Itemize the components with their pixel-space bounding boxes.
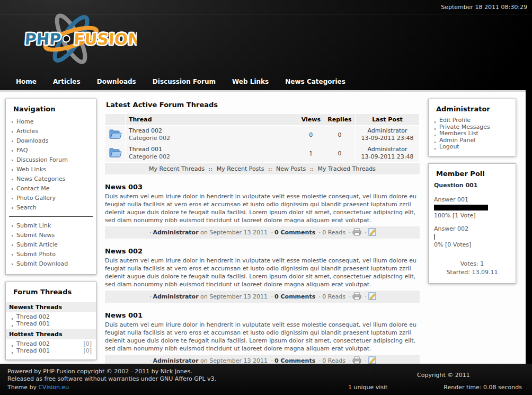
poll-question: Question 001: [434, 182, 510, 196]
table-row: Thread 001 Categorie 002 1 0 Administrat…: [105, 144, 419, 162]
edit-note-icon[interactable]: [368, 228, 377, 238]
nav-link-submit-article[interactable]: Submit Article: [16, 241, 58, 248]
footer-theme-credit: Theme by CVision.eu: [7, 384, 69, 391]
nav-item: FAQ: [6, 146, 96, 155]
thread-title-link[interactable]: Thread 002: [129, 127, 295, 135]
nav-link-discussion-forum[interactable]: Discussion Forum: [16, 156, 68, 163]
thread-cell: Thread 001 Categorie 002: [126, 144, 298, 162]
forum-quick-links: My Recent Threads :: My Recent Posts :: …: [105, 163, 420, 174]
menu-item-home[interactable]: Home: [16, 78, 37, 85]
news-comments-link[interactable]: 0 Comments: [274, 229, 315, 236]
nav-item: Submit Article: [6, 240, 96, 250]
thread-count-badge: [0]: [83, 348, 92, 355]
menu-item-downloads[interactable]: Downloads: [97, 78, 136, 85]
nav-link-submit-news[interactable]: Submit News: [16, 232, 55, 239]
nav-item: Articles: [6, 127, 96, 136]
logout-link[interactable]: Logout: [439, 143, 459, 150]
news-item: News 003 Duis autem vel eum iriure dolor…: [105, 183, 420, 239]
newest-thread-link[interactable]: Thread 002: [16, 313, 50, 320]
thread-title-link[interactable]: Thread 001: [129, 146, 295, 153]
administrator-panel-title: Administrator: [429, 104, 516, 117]
poll-answer-label: Answer 002: [434, 225, 510, 233]
nav-link-downloads[interactable]: Downloads: [16, 137, 48, 144]
lastpost-column-header: Last Post: [356, 114, 419, 125]
thread-list-item: Thread 001: [6, 321, 96, 328]
nav-link-news-categories[interactable]: News Categories: [16, 175, 66, 182]
meta-separator: ·: [365, 293, 367, 300]
member-poll-title: Member Poll: [429, 169, 516, 182]
cvision-link[interactable]: CVision.eu: [38, 384, 69, 391]
menu-item-articles[interactable]: Articles: [53, 78, 81, 85]
site-logo[interactable]: PHP FUSION: [20, 12, 137, 67]
edit-note-icon[interactable]: [368, 292, 377, 302]
newest-thread-link[interactable]: Thread 001: [16, 320, 50, 327]
content-area: Navigation Home Articles Downloads FAQ D…: [0, 90, 526, 364]
news-date: on September 13 2011: [200, 293, 268, 300]
new-posts-link[interactable]: New Posts: [276, 165, 306, 172]
my-tracked-threads-link[interactable]: My Tracked Threads: [318, 165, 376, 172]
folder-icon: [109, 129, 122, 139]
thread-icon-cell: [105, 144, 125, 162]
private-messages-link[interactable]: Private Messages: [439, 124, 490, 130]
forum-threads-panel: Forum Threads Newest Threads Thread 002 …: [5, 282, 96, 360]
nav-item: Downloads: [6, 136, 96, 146]
thread-category: Categorie 002: [129, 153, 170, 160]
nav-item: Home: [6, 117, 96, 127]
nav-link-home[interactable]: Home: [16, 118, 33, 125]
theme-by-label: Theme by: [7, 384, 37, 391]
views-count: 0: [298, 126, 324, 144]
poll-answer-label: Answer 001: [434, 196, 510, 204]
menu-item-news-categories[interactable]: News Categories: [285, 78, 345, 85]
views-count: 1: [298, 144, 324, 162]
forum-threads-panel-title: Forum Threads: [6, 287, 96, 300]
replies-count: 0: [324, 126, 355, 144]
newest-threads-header: Newest Threads: [6, 302, 96, 312]
thread-list-item: [0]Thread 001: [6, 348, 96, 355]
nav-item: Submit Photo: [6, 250, 96, 259]
nav-link-faq[interactable]: FAQ: [16, 147, 28, 154]
news-author-link[interactable]: Administrator: [153, 293, 198, 300]
my-recent-threads-link[interactable]: My Recent Threads: [149, 165, 205, 172]
administrator-panel: Administrator Edit Profile Private Messa…: [428, 99, 516, 156]
menu-item-discussion-forum[interactable]: Discussion Forum: [153, 78, 216, 85]
nav-divider: [9, 216, 93, 217]
thread-column-header: Thread: [126, 114, 298, 125]
last-post-user-link[interactable]: Administrator: [359, 127, 416, 135]
members-list-link[interactable]: Members List: [439, 130, 478, 137]
main-column: Latest Active Forum Threads Thread Views…: [105, 99, 420, 367]
nav-link-web-links[interactable]: Web Links: [16, 166, 46, 173]
news-meta-bar: ·Administrator on September 13 2011 ·0 C…: [105, 291, 420, 303]
navigation-panel: Navigation Home Articles Downloads FAQ D…: [5, 99, 96, 275]
forum-threads-table: Thread Views Replies Last Post Thread 00…: [105, 113, 420, 163]
news-reads: 0 Reads: [322, 293, 345, 300]
admin-panel-link[interactable]: Admin Panel: [439, 137, 475, 144]
meta-separator: ·: [349, 229, 351, 236]
hottest-threads-header: Hottest Threads: [6, 329, 96, 339]
nav-link-submit-link[interactable]: Submit Link: [16, 222, 51, 229]
news-body: Duis autem vel eum iriure dolor in hendr…: [105, 321, 420, 353]
nav-link-photo-gallery[interactable]: Photo Gallery: [16, 195, 56, 201]
nav-link-submit-download[interactable]: Submit Download: [16, 260, 68, 267]
hottest-thread-link[interactable]: Thread 002: [16, 340, 50, 347]
my-recent-posts-link[interactable]: My Recent Posts: [217, 165, 264, 172]
nav-link-submit-photo[interactable]: Submit Photo: [16, 251, 56, 258]
views-column-header: Views: [298, 114, 324, 125]
header: September 18 2011 08:30:29 PHP FUSION Ho…: [0, 0, 532, 90]
last-post-user-link[interactable]: Administrator: [359, 146, 416, 153]
menu-item-web-links[interactable]: Web Links: [232, 78, 269, 85]
nav-link-articles[interactable]: Articles: [16, 128, 38, 135]
hottest-thread-link[interactable]: Thread 001: [16, 347, 50, 354]
replies-count: 0: [324, 144, 355, 162]
news-comments-link[interactable]: 0 Comments: [274, 293, 315, 300]
quick-links-separator: ::: [268, 165, 272, 172]
printer-icon[interactable]: [352, 292, 361, 302]
replies-column-header: Replies: [324, 114, 355, 125]
quick-links-separator: ::: [310, 165, 314, 172]
nav-link-contact-me[interactable]: Contact Me: [16, 185, 50, 192]
edit-profile-link[interactable]: Edit Profile: [439, 117, 471, 124]
nav-item: Discussion Forum: [6, 155, 96, 165]
news-author-link[interactable]: Administrator: [153, 229, 198, 236]
nav-item: Submit News: [6, 231, 96, 240]
nav-link-search[interactable]: Search: [16, 204, 37, 211]
printer-icon[interactable]: [352, 228, 361, 238]
